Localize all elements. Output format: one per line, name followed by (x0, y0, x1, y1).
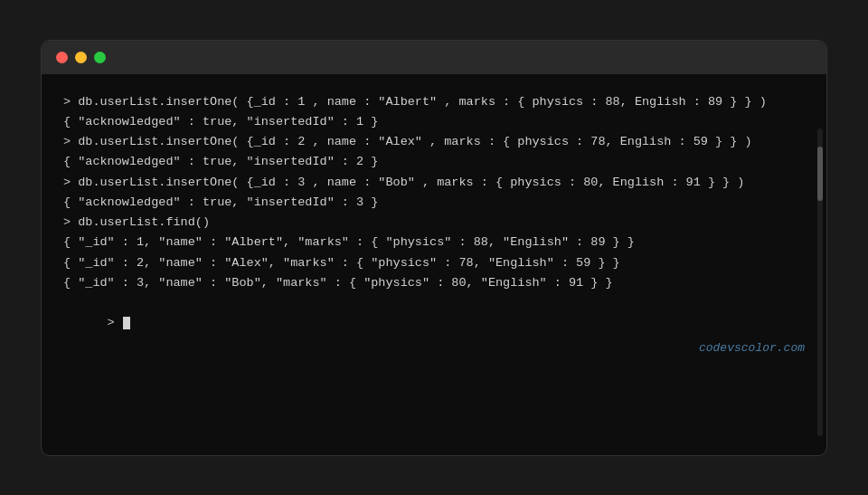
terminal-line-3: > db.userList.insertOne( {_id : 2 , name… (63, 132, 805, 152)
terminal-window: > db.userList.insertOne( {_id : 1 , name… (41, 40, 827, 456)
terminal-body: > db.userList.insertOne( {_id : 1 , name… (42, 74, 826, 372)
terminal-line-9: { "_id" : 2, "name" : "Alex", "marks" : … (63, 253, 805, 273)
terminal-line-1: > db.userList.insertOne( {_id : 1 , name… (63, 92, 805, 112)
scrollbar-thumb[interactable] (817, 147, 823, 201)
terminal-line-8: { "_id" : 1, "name" : "Albert", "marks" … (63, 233, 805, 252)
terminal-line-7: > db.userList.find() (63, 213, 805, 233)
cursor-icon (123, 317, 130, 329)
terminal-line-2: { "acknowledged" : true, "insertedId" : … (63, 112, 805, 132)
terminal-line-10: { "_id" : 3, "name" : "Bob", "marks" : {… (63, 273, 805, 293)
minimize-button-icon[interactable] (75, 52, 87, 63)
close-button-icon[interactable] (56, 52, 68, 63)
terminal-prompt-line[interactable]: > (63, 293, 805, 354)
maximize-button-icon[interactable] (94, 52, 106, 63)
terminal-line-6: { "acknowledged" : true, "insertedId" : … (63, 193, 805, 213)
prompt-text: > (108, 316, 122, 329)
title-bar (42, 41, 826, 74)
terminal-line-4: { "acknowledged" : true, "insertedId" : … (63, 152, 805, 172)
terminal-line-5: > db.userList.insertOne( {_id : 3 , name… (63, 173, 805, 193)
scrollbar[interactable] (817, 129, 823, 436)
watermark-text: codevscolor.com (699, 338, 805, 357)
